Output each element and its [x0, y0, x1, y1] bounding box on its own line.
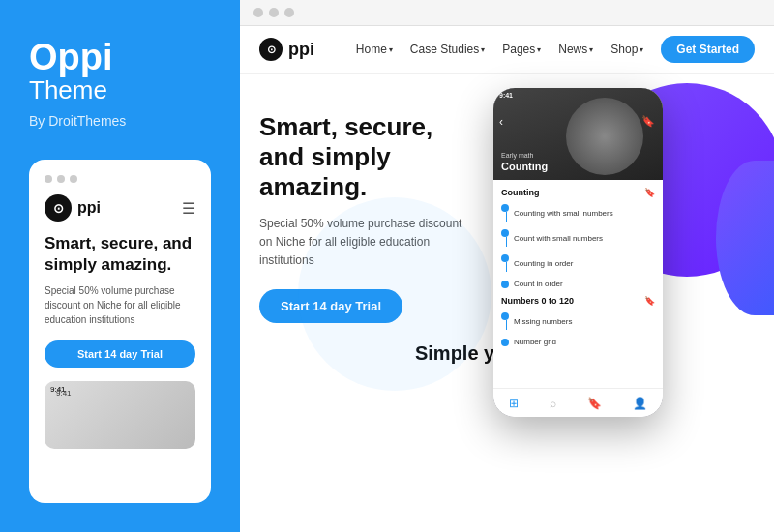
phone-list-item-3: Counting in order	[501, 252, 655, 274]
site-nav: ⊙ ppi Home ▾ Case Studies ▾ Pages ▾ News…	[240, 26, 774, 74]
chevron-down-icon: ▾	[481, 45, 485, 54]
mobile-logo-text: ppi	[77, 199, 101, 217]
mobile-subtext: Special 50% volume purchase discount on …	[45, 283, 195, 327]
phone-lesson-label: Early math	[501, 152, 533, 159]
dot3	[70, 175, 77, 183]
phone-list-item-5: Missing numbers	[501, 310, 655, 332]
phone-screen: 9:41 ‹ 🔖 Early math Counting Counting 🔖	[493, 88, 663, 417]
hero-section: Smart, secure, and simply amazing. Speci…	[240, 74, 774, 333]
mobile-headline: Smart, secure, and simply amazing.	[45, 233, 195, 276]
list-dot-2	[501, 229, 509, 237]
nav-cta-button[interactable]: Get Started	[661, 36, 755, 63]
nav-shop[interactable]: Shop ▾	[610, 43, 643, 56]
phone-section1-bookmark: 🔖	[644, 188, 655, 197]
nav-logo: ⊙ ppi	[259, 38, 314, 61]
list-line-3	[506, 262, 507, 272]
nav-home[interactable]: Home ▾	[356, 43, 393, 56]
phone-nav-bookmark-nav-icon: 🔖	[587, 397, 602, 410]
sidebar: Oppi Theme By DroitThemes ⊙ ppi ☰ Smart,…	[0, 0, 240, 532]
phone-section2-bookmark: 🔖	[644, 296, 655, 306]
nav-links: Home ▾ Case Studies ▾ Pages ▾ News ▾ Sho…	[356, 43, 643, 56]
phone-bottom-nav: ⊞ ⌕ 🔖 👤	[493, 388, 663, 417]
chevron-down-icon: ▾	[589, 45, 593, 54]
phone-list-text-4: Count in order	[514, 280, 563, 288]
phone-mockup-area: 9:41 ‹ 🔖 Early math Counting Counting 🔖	[493, 103, 755, 323]
sidebar-logo-subtitle: Theme	[29, 75, 211, 105]
phone-content: Counting 🔖 Counting with small numbers	[493, 180, 663, 360]
browser-chrome	[240, 0, 774, 26]
dot1	[45, 175, 52, 183]
nav-logo-icon: ⊙	[259, 38, 283, 61]
browser-dot-3	[284, 8, 294, 17]
phone-nav-search-icon: ⌕	[550, 397, 556, 410]
list-line-2	[506, 237, 507, 247]
phone-list-item-6: Number grid	[501, 336, 655, 348]
list-dot-3	[501, 254, 509, 262]
sidebar-logo-title: Oppi	[29, 39, 211, 75]
hamburger-icon: ☰	[182, 199, 195, 218]
phone-list-text-1: Counting with small numbers	[514, 209, 613, 218]
nav-logo-text: ppi	[288, 40, 314, 60]
browser-dot-2	[269, 8, 279, 17]
back-icon: ‹	[499, 115, 503, 129]
mobile-phone-preview: 9:41	[45, 381, 195, 449]
hero-headline: Smart, secure, and simply amazing.	[259, 112, 474, 203]
mobile-cta-button[interactable]: Start 14 day Trial	[45, 340, 195, 368]
mobile-card-logo-row: ⊙ ppi ☰	[45, 194, 195, 222]
phone-frame: 9:41 ‹ 🔖 Early math Counting Counting 🔖	[493, 88, 663, 417]
chevron-down-icon: ▾	[537, 45, 541, 54]
phone-time: 9:41	[499, 92, 513, 99]
phone-list-text-2: Count with small numbers	[514, 234, 603, 243]
nav-news[interactable]: News ▾	[558, 43, 593, 56]
mobile-phone-time: 9:41	[50, 385, 195, 449]
phone-list-item-1: Counting with small numbers	[501, 202, 655, 223]
nav-pages[interactable]: Pages ▾	[502, 43, 541, 56]
mobile-card-dots	[45, 175, 195, 183]
list-dot-4	[501, 281, 509, 288]
list-dot-5	[501, 312, 509, 320]
phone-nav-profile-icon: 👤	[633, 397, 647, 410]
list-dot-6	[501, 339, 509, 346]
phone-section1-header: Counting 🔖	[501, 188, 655, 197]
phone-list-text-3: Counting in order	[514, 259, 573, 268]
phone-list-item-4: Count in order	[501, 278, 655, 290]
phone-list-item-2: Count with small numbers	[501, 227, 655, 249]
dot2	[57, 175, 65, 183]
phone-section2-title: Numbers 0 to 120	[501, 296, 574, 306]
mobile-logo-icon: ⊙	[45, 194, 72, 222]
phone-section1-title: Counting	[501, 188, 540, 197]
phone-header-image: 9:41 ‹ 🔖 Early math Counting	[493, 88, 663, 180]
list-line-1	[506, 212, 507, 222]
phone-lesson-title: Counting	[501, 161, 548, 172]
bookmark-icon: 🔖	[641, 115, 655, 128]
decorative-circle	[298, 197, 491, 391]
sidebar-by-line: By DroitThemes	[29, 113, 211, 129]
browser-dot-1	[253, 8, 263, 17]
nav-case-studies[interactable]: Case Studies ▾	[410, 43, 485, 56]
main-content: ⊙ ppi Home ▾ Case Studies ▾ Pages ▾ News…	[240, 0, 774, 532]
chevron-down-icon: ▾	[389, 45, 393, 54]
phone-list-text-5: Missing numbers	[514, 317, 572, 326]
list-line-5	[506, 320, 507, 330]
phone-list-text-6: Number grid	[514, 338, 556, 346]
list-dot-1	[501, 204, 509, 212]
chevron-down-icon: ▾	[640, 45, 643, 54]
mobile-preview-card: ⊙ ppi ☰ Smart, secure, and simply amazin…	[29, 160, 211, 503]
phone-nav-explore-icon: ⊞	[509, 397, 519, 410]
phone-section2-header: Numbers 0 to 120 🔖	[501, 296, 655, 306]
